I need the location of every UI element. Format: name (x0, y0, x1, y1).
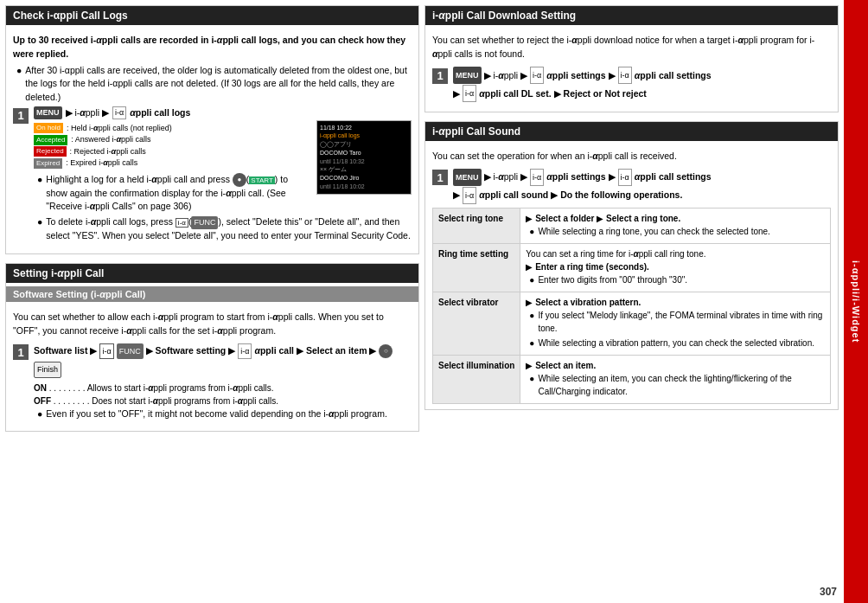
download-title: i-αppli Call Download Setting (432, 10, 576, 22)
setting-subtitle: Software Setting (i-αppli Call) (13, 289, 146, 299)
check-logs-section: Check i-αppli Call Logs Up to 30 receive… (5, 5, 419, 254)
sound-step-content: MENU ▶ i-αppli ▶ i-α αppli settings ▶ i-… (453, 168, 831, 204)
download-content: You can set whether to reject the i-αppl… (425, 29, 838, 112)
check-logs-intro: Up to 30 received i-αppli calls are reco… (13, 34, 412, 61)
step-number-1: 1 (13, 108, 29, 124)
sound-title: i-αppli Call Sound (432, 125, 520, 138)
setting-title: Setting i-αppli Call (13, 267, 104, 279)
right-column: i-αppli Call Download Setting You can se… (424, 5, 839, 598)
sound-step-number: 1 (432, 170, 448, 185)
right-tab: i-αppli/i-Widget (844, 0, 868, 603)
download-header: i-αppli Call Download Setting (425, 6, 838, 25)
right-tab-text: i-αppli/i-Widget (851, 260, 861, 343)
table-row-illumination: Select illumination ▶ Select an item. ● … (433, 356, 831, 404)
call-logs-screenshot: 11/18 10:22 i-αppli call logs ◯◯アプリ DOCO… (316, 120, 412, 195)
setting-intro: You can set whether to allow each i-αppl… (13, 311, 412, 338)
two-col-layout: Check i-αppli Call Logs Up to 30 receive… (5, 5, 839, 598)
check-logs-bullet1: ● After 30 i-αppli calls are received, t… (13, 64, 412, 105)
ring-tone-label: Select ring tone (433, 208, 520, 244)
check-logs-title: Check i-αppli Call Logs (13, 10, 128, 22)
menu-key-1: MENU (34, 106, 62, 120)
setting-step1: 1 Software list ▶ i-αFUNC ▶ Software set… (13, 343, 412, 422)
vibrator-label: Select vibrator (433, 292, 520, 356)
sound-header: i-αppli Call Sound (425, 122, 838, 141)
sound-step1: 1 MENU ▶ i-αppli ▶ i-α αppli settings ▶ … (432, 168, 831, 204)
check-logs-header: Check i-αppli Call Logs (6, 6, 418, 25)
sound-section: i-αppli Call Sound You can set the opera… (424, 121, 839, 411)
check-logs-bullet3: ● To delete i-αppli call logs, press i-α… (34, 215, 412, 243)
sound-content: You can set the operation for when an i-… (425, 144, 838, 410)
download-step1: 1 MENU ▶ i-αppli ▶ i-α αppli settings ▶ … (432, 67, 831, 103)
setting-bullet4: ● Even if you set to "OFF", it might not… (34, 407, 412, 421)
ring-time-content: You can set a ring time for i-αppli call… (520, 244, 831, 292)
check-logs-step1: 1 MENU ▶ i-αppli ▶ i-α αppli call logs (13, 106, 412, 245)
illumination-label: Select illumination (433, 356, 520, 404)
setting-step-number: 1 (13, 344, 29, 360)
sound-intro: You can set the operation for when an i-… (432, 150, 831, 164)
setting-content: You can set whether to allow each i-αppl… (6, 305, 418, 431)
setting-step-content: Software list ▶ i-αFUNC ▶ Software setti… (34, 343, 412, 422)
download-step-number: 1 (432, 68, 448, 84)
page-wrapper: Check i-αppli Call Logs Up to 30 receive… (0, 0, 868, 603)
download-intro: You can set whether to reject the i-αppl… (432, 34, 831, 61)
main-content: Check i-αppli Call Logs Up to 30 receive… (0, 0, 844, 603)
download-section: i-αppli Call Download Setting You can se… (424, 5, 839, 112)
table-row-vibrator: Select vibrator ▶ Select a vibration pat… (433, 292, 831, 356)
check-logs-bullet2: ● Highlight a log for a held i-αppli cal… (34, 173, 311, 215)
vibrator-content: ▶ Select a vibration pattern. ● If you s… (520, 292, 831, 356)
left-column: Check i-αppli Call Logs Up to 30 receive… (5, 5, 419, 598)
ring-tone-content: ▶ Select a folder ▶ Select a ring tone. … (520, 208, 831, 244)
menu-key-download: MENU (453, 67, 482, 84)
setting-section: Setting i-αppli Call Software Setting (i… (5, 263, 419, 432)
menu-key-sound: MENU (453, 169, 482, 186)
table-row-ring-tone: Select ring tone ▶ Select a folder ▶ Sel… (433, 208, 831, 244)
illumination-content: ▶ Select an item. ● While selecting an i… (520, 356, 831, 404)
setting-subheader: Software Setting (i-αppli Call) (6, 286, 418, 302)
check-logs-content: Up to 30 received i-αppli calls are reco… (6, 29, 418, 253)
page-number: 307 (820, 586, 837, 598)
table-row-ring-time: Ring time setting You can set a ring tim… (433, 244, 831, 292)
step1-content: MENU ▶ i-αppli ▶ i-α αppli call logs 11/… (34, 106, 412, 245)
ring-time-label: Ring time setting (433, 244, 520, 292)
sound-table: Select ring tone ▶ Select a folder ▶ Sel… (432, 208, 831, 404)
setting-header: Setting i-αppli Call (6, 264, 418, 283)
download-step-content: MENU ▶ i-αppli ▶ i-α αppli settings ▶ i-… (453, 67, 831, 103)
